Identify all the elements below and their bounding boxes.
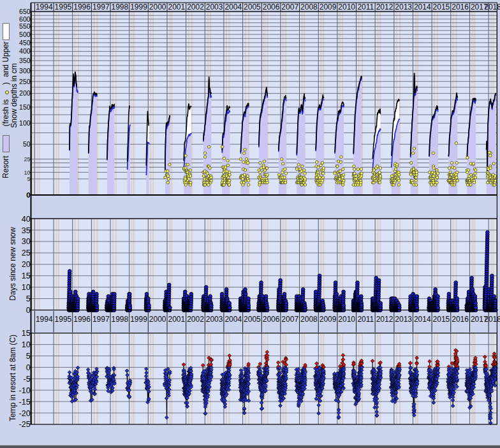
year-label: 1994 <box>36 3 53 11</box>
days-since-snow-dot <box>247 297 251 301</box>
fresh-snow-dot <box>412 152 415 154</box>
ytick-label: 150 <box>19 103 31 111</box>
fresh-snow-dot <box>379 167 381 170</box>
ytick-label: 500 <box>19 31 31 38</box>
fresh-snow-dot <box>357 168 359 170</box>
ytick-label: 10 <box>22 340 31 349</box>
fresh-snow-dot <box>203 155 206 158</box>
snow-history-chart: 1994199519961997199819992000200120022003… <box>0 0 500 448</box>
days-since-snow-dot <box>486 231 490 235</box>
fresh-snow-dot <box>492 163 495 165</box>
fresh-snow-dot <box>304 184 306 186</box>
fresh-snow-dot <box>166 181 169 184</box>
legend-fresh-open-label: (fresh is <box>1 99 10 127</box>
year-label: 2016 <box>452 3 469 11</box>
fresh-snow-dot <box>413 147 415 150</box>
fresh-snow-dot <box>301 165 304 168</box>
days-since-snow-dot <box>342 290 346 294</box>
ytick-label: 300 <box>19 67 31 75</box>
year-label: 2007 <box>281 3 298 11</box>
fresh-snow-dot <box>241 178 244 180</box>
ytick-label: 250 <box>19 78 31 85</box>
year-label: 1997 <box>92 315 110 324</box>
ytick-label: -10 <box>19 386 31 395</box>
year-label: 2006 <box>263 315 280 324</box>
fresh-snow-dot <box>221 145 224 148</box>
fresh-snow-dot <box>472 163 474 165</box>
ytick-label: 5 <box>26 352 31 361</box>
ytick-label: 30 <box>22 237 31 246</box>
year-label: 2016 <box>452 315 469 324</box>
fresh-snow-dot <box>223 157 225 159</box>
fresh-snow-dot <box>450 161 453 164</box>
fresh-snow-dot <box>262 166 265 168</box>
fresh-snow-dot <box>209 167 211 170</box>
fresh-snow-dot <box>322 167 325 170</box>
fresh-snow-dot <box>210 176 212 178</box>
fresh-snow-dot <box>395 163 398 166</box>
fresh-snow-dot <box>266 181 268 184</box>
fresh-snow-dot <box>207 184 210 186</box>
year-label: 2014 <box>414 315 431 324</box>
year-label: 1995 <box>55 315 72 324</box>
days-since-snow-dot <box>264 294 268 298</box>
fresh-snow-dot <box>489 167 492 170</box>
year-label: 2015 <box>433 3 450 11</box>
year-label: 1997 <box>92 3 110 11</box>
fresh-snow-dot <box>244 169 246 171</box>
fresh-snow-dot <box>189 175 191 177</box>
fresh-snow-dot <box>494 179 497 182</box>
days-since-snow-dot <box>436 306 440 310</box>
days-since-snow-dot <box>415 306 419 310</box>
days-since-snow-dot <box>301 287 305 291</box>
ytick-label: 400 <box>19 47 31 55</box>
fresh-snow-dot <box>228 184 230 186</box>
year-label: 2009 <box>320 315 337 324</box>
days-since-snow-dot <box>228 306 232 310</box>
fresh-snow-dot <box>409 173 412 176</box>
days-since-snow-dot <box>359 294 363 298</box>
fresh-snow-dot <box>247 161 249 164</box>
fresh-snow-dot <box>228 179 231 182</box>
fresh-snow-dot <box>210 179 212 182</box>
ytick-label: 200 <box>19 89 31 97</box>
fresh-snow-dot <box>455 176 458 178</box>
fresh-snow-dot <box>341 176 344 178</box>
ytick-label: 25 <box>22 249 31 257</box>
days-since-snow-dot <box>167 283 171 287</box>
ytick-label: 5 <box>26 294 31 303</box>
ytick-label: 35 <box>22 226 31 235</box>
year-label: 1995 <box>55 3 72 11</box>
fresh-snow-dot <box>360 168 362 170</box>
days-since-snow-dot <box>73 290 77 294</box>
year-label: 2002 <box>187 315 204 324</box>
fresh-snow-dot <box>226 159 229 162</box>
days-since-snow-dot <box>91 290 95 294</box>
fresh-snow-dot <box>317 166 320 168</box>
days-since-snow-dot <box>128 306 132 310</box>
days-since-snow-dot <box>492 294 496 298</box>
days-since-snow-dot <box>210 303 214 307</box>
year-label: 2001 <box>168 3 185 11</box>
year-label: 2004 <box>224 3 242 11</box>
ytick-label: 5 <box>27 176 31 182</box>
fresh-snow-dot <box>186 163 189 166</box>
fresh-snow-dot <box>283 176 286 178</box>
days-since-snow-dot <box>76 297 80 301</box>
year-label: 2018 <box>484 3 500 11</box>
fresh-snow-dot <box>489 154 491 157</box>
year-label: 1998 <box>112 315 129 324</box>
days-since-snow-dot <box>145 293 149 296</box>
days-since-snow-dot <box>447 293 451 296</box>
days-since-snow-dot <box>471 287 474 291</box>
fresh-snow-dot <box>203 152 206 154</box>
ytick-label: 450 <box>19 39 31 47</box>
axis-title-snow-depth: Snow depths in cm <box>10 63 18 127</box>
fresh-snow-dot <box>188 178 190 180</box>
fresh-snow-dot <box>184 154 187 157</box>
year-label: 2003 <box>206 3 223 11</box>
fresh-snow-dot <box>246 175 249 177</box>
fresh-snow-dot <box>336 165 339 168</box>
ytick-label: 10 <box>24 170 31 176</box>
fresh-snow-dot <box>247 184 249 186</box>
